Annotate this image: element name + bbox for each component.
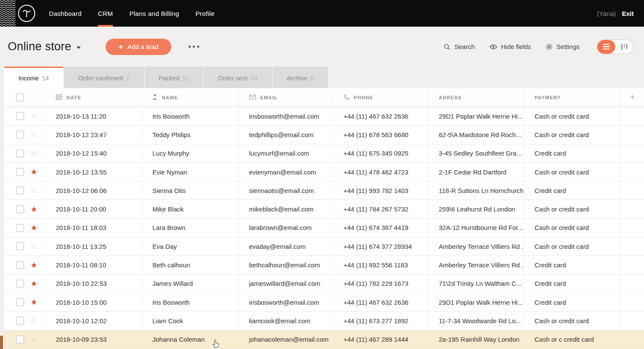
cell-phone[interactable]: +44 (11) 678 563 6680 [333,126,428,144]
cell-address[interactable]: 259\6 Leahurst Rd London [428,200,524,218]
cell-name[interactable]: Iris Bosworth [142,293,238,311]
cell-payment[interactable]: Credit card [524,275,620,293]
cell-payment[interactable]: Credit card [524,293,620,311]
cell-email[interactable]: irisbosworth@email.com [238,293,333,311]
cell-email[interactable]: larabrown@emal.com [238,219,333,237]
cell-phone[interactable]: +44 (11) 784 267 5732 [333,200,428,218]
settings-button[interactable]: Settings [546,43,580,50]
tab-archive[interactable]: Archive0 [273,67,328,88]
cell-phone[interactable]: +44 (11) 478 462 4723 [333,163,428,181]
table-row[interactable]: ★2018-10-10 22:53James Willardjameswilla… [4,275,644,293]
star-icon[interactable]: ★ [30,205,37,213]
cell-name[interactable]: Teddy Philips [142,126,238,144]
table-row[interactable]: ★2018-10-11 20:00Mike Blackmikeblack@ema… [4,200,644,218]
cell-email[interactable]: mikeblack@email.com [238,200,333,218]
tab-packed[interactable]: Packed11 [145,67,203,88]
row-checkbox[interactable] [16,280,24,288]
cell-address[interactable]: 11-7-34 Woodwarde Rd Lo... [428,312,524,330]
row-checkbox[interactable] [16,261,24,269]
tab-income[interactable]: Income14 [4,67,63,88]
star-icon[interactable]: ☆ [30,150,37,157]
cell-email[interactable]: johanacoleman@email.com [238,331,333,349]
star-icon[interactable]: ☆ [30,317,37,325]
cell-phone[interactable]: +44 (11) 674 367 4419 [333,219,428,237]
cell-date[interactable]: 2018-10-12 15:40 [45,144,142,162]
exit-link[interactable]: Exit [622,10,634,17]
cell-payment[interactable]: Cash or credit card [524,126,620,144]
cell-payment[interactable]: Credit card [524,181,620,199]
column-header-adress[interactable]: ADRESS [428,88,524,107]
row-checkbox[interactable] [16,336,24,343]
cell-email[interactable]: jameswillard@email.com [238,275,333,293]
cell-date[interactable]: 2018-10-10 15:00 [45,293,142,311]
cell-address[interactable]: 29D1 Poplar Walk Herne Hi... [428,107,524,125]
select-all-checkbox[interactable] [16,94,24,101]
star-icon[interactable]: ☆ [30,131,37,138]
cell-date[interactable]: 2018-10-10 12:02 [45,312,142,330]
cell-payment[interactable]: Cash or credit card [524,163,620,181]
row-checkbox[interactable] [16,205,24,213]
list-view-button[interactable] [597,40,615,54]
cell-email[interactable]: evaday@email.com [238,237,333,255]
board-title-dropdown[interactable]: Online store [8,40,81,53]
add-column-button[interactable]: + [620,88,644,107]
star-icon[interactable]: ★ [30,280,37,288]
search-button[interactable]: Search [444,43,475,50]
column-header-name[interactable]: NAME [142,88,238,107]
cell-name[interactable]: Iris Bosworth [142,107,238,125]
cell-address[interactable]: 32A-12 Hurstbourne Rd For... [428,219,524,237]
column-header-payment[interactable]: PAYMENT [524,88,620,107]
more-options-button[interactable] [185,42,203,51]
row-checkbox[interactable] [16,168,24,176]
cell-phone[interactable]: +44 (11) 674 377 28934 [333,237,428,255]
cell-payment[interactable]: Cash or credit card [524,200,620,218]
star-icon[interactable]: ★ [30,168,37,176]
cell-email[interactable]: bethcalhoun@email.com [238,256,333,274]
cell-name[interactable]: Evie Nyman [142,163,238,181]
cell-name[interactable]: Lara Brown [142,219,238,237]
cell-email[interactable]: siennaotis@email.com [238,181,333,199]
table-row[interactable]: ★2018-10-10 15:00Iris Bosworthirisboswor… [4,293,644,312]
cell-address[interactable]: 62-5\A Maidstone Rd Roch... [428,126,524,144]
tab-order-sent[interactable]: Order sent24 [204,67,272,88]
cell-address[interactable]: 3-45 Sedley Southfleet Gra... [428,144,524,162]
cell-name[interactable]: Sienna Otis [142,181,238,199]
cell-address[interactable]: 2a-195 Rainhill Way London [428,331,524,349]
cell-email[interactable]: lucymurf@email.com [238,144,333,162]
cell-email[interactable]: tedphillips@email.com [238,126,333,144]
cell-email[interactable]: irisbosworth@email.com [238,107,333,125]
cell-date[interactable]: 2018-10-10 22:53 [45,275,142,293]
table-row[interactable]: ☆2018-10-12 06:06Sienna Otissiennaotis@e… [4,181,644,200]
table-row[interactable]: ☆2018-10-13 11:20Iris Bosworthirisboswor… [4,107,644,126]
table-row[interactable]: ☆2018-10-11 13:25Eva Dayevaday@email.com… [4,237,644,256]
row-checkbox[interactable] [16,317,24,325]
kanban-view-button[interactable] [615,40,633,54]
add-lead-button[interactable]: + Add a lead [106,39,171,55]
cell-phone[interactable]: +44 (11) 892 556 1183 [333,256,428,274]
table-row[interactable]: ☆2018-10-10 12:02Liam Cookliamcook@email… [4,312,644,330]
nav-item-profile[interactable]: Profile [195,0,215,27]
star-icon[interactable]: ☆ [30,242,37,250]
cell-phone[interactable]: +44 (11) 675 345 0925 [333,144,428,162]
cell-date[interactable]: 2018-10-11 08:10 [45,256,142,274]
cell-address[interactable]: 71\2d Trinity Ln Waltham C... [428,275,524,293]
cell-email[interactable]: liamcook@email.com [238,312,333,330]
cell-date[interactable]: 2018-10-11 18:03 [45,219,142,237]
cell-phone[interactable]: +44 (11) 782 229 1673 [333,275,428,293]
cell-email[interactable]: evienyman@email.com [238,163,333,181]
cell-name[interactable]: James Willard [142,275,238,293]
cell-address[interactable]: Amberley Terrace Villiers Rd ... [428,237,524,255]
hide-fields-button[interactable]: Hide fields [489,43,531,50]
table-row[interactable]: ☆2018-10-09 23:53Johanna Colemanjohanaco… [4,331,644,349]
row-checkbox[interactable] [16,187,24,194]
star-icon[interactable]: ★ [30,298,37,306]
cell-payment[interactable]: Cash or credit card [524,312,620,330]
cell-phone[interactable]: +44 (11) 993 782 1403 [333,181,428,199]
cell-name[interactable]: Lucy Murphy [142,144,238,162]
cell-address[interactable]: Amberley Terrace Villiers Rd ... [428,256,524,274]
star-icon[interactable]: ☆ [30,187,37,194]
cell-phone[interactable]: +44 (11) 673 277 1892 [333,312,428,330]
nav-item-plans-and-billing[interactable]: Plans and Billing [129,0,179,27]
table-row[interactable]: ☆2018-10-12 23:47Teddy Philipstedphillip… [4,126,644,144]
cell-name[interactable]: Liam Cook [142,312,238,330]
